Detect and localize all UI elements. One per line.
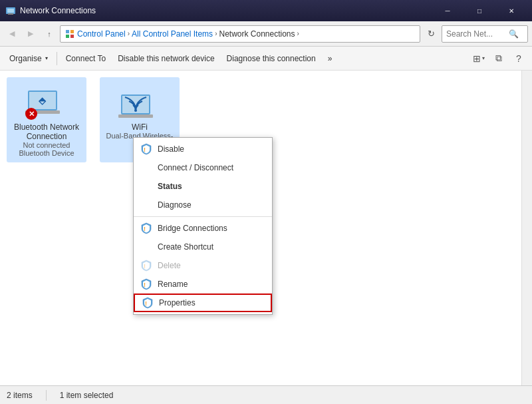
- svg-text:!: !: [145, 300, 147, 307]
- svg-rect-6: [70, 35, 74, 38]
- search-input[interactable]: [446, 29, 506, 39]
- wifi-item-icon: [118, 83, 161, 120]
- app-icon: [5, 5, 16, 16]
- control-panel-icon: [65, 29, 75, 39]
- organise-chevron: ▾: [45, 55, 48, 61]
- status-separator: [46, 390, 47, 401]
- breadcrumb-network-connections: Network Connections: [219, 29, 295, 39]
- bluetooth-status: Not connected: [23, 141, 70, 149]
- status-bar: 2 items 1 item selected: [0, 385, 532, 404]
- wifi-connection-name: WiFi: [132, 122, 148, 132]
- context-menu-bridge[interactable]: ! Bridge Connections: [134, 219, 272, 238]
- context-menu-properties[interactable]: ! Properties: [134, 294, 272, 312]
- item-count: 2 items: [7, 391, 33, 400]
- disable-shield-icon: !: [140, 143, 152, 155]
- rename-shield-icon: !: [140, 278, 152, 290]
- breadcrumb-sep-1: ›: [128, 30, 130, 37]
- more-button[interactable]: »: [323, 49, 338, 68]
- svg-rect-5: [66, 35, 69, 38]
- view-button[interactable]: ⊞ ▾: [469, 49, 488, 68]
- svg-text:!: !: [144, 146, 146, 153]
- window-title: Network Connections: [20, 6, 432, 15]
- context-menu-status[interactable]: Status: [134, 177, 272, 196]
- breadcrumb-control-panel[interactable]: Control Panel: [77, 29, 126, 39]
- svg-rect-1: [7, 9, 14, 13]
- context-menu-sep-1: [134, 216, 272, 217]
- context-menu-rename[interactable]: ! Rename: [134, 275, 272, 294]
- svg-text:⬘: ⬘: [38, 95, 47, 106]
- search-icon: 🔍: [509, 29, 519, 39]
- context-menu-connect[interactable]: Connect / Disconnect: [134, 158, 272, 177]
- breadcrumb-bar: Control Panel › All Control Panel Items …: [60, 25, 420, 43]
- delete-shield-icon: !: [140, 260, 152, 272]
- context-menu-diagnose[interactable]: Diagnose: [134, 196, 272, 214]
- address-bar: ◀ ▶ ↑ Control Panel › All Control Panel …: [0, 21, 532, 47]
- view-chevron: ▾: [482, 55, 485, 61]
- maximize-button[interactable]: □: [464, 0, 495, 21]
- svg-text:!: !: [144, 226, 146, 232]
- back-button[interactable]: ◀: [4, 26, 20, 42]
- properties-shield-icon: !: [142, 297, 154, 309]
- context-menu-disable[interactable]: ! Disable: [134, 140, 272, 158]
- connect-to-button[interactable]: Connect To: [61, 49, 112, 68]
- search-box[interactable]: 🔍: [442, 25, 528, 43]
- view-icon: ⊞: [473, 53, 481, 64]
- scrollbar[interactable]: [521, 71, 532, 385]
- close-button[interactable]: ✕: [496, 0, 527, 21]
- breadcrumb-sep-3: ›: [297, 30, 299, 37]
- diagnose-connection-button[interactable]: Diagnose this connection: [221, 49, 321, 68]
- svg-text:!: !: [144, 282, 146, 288]
- disconnected-icon: ✕: [25, 108, 37, 120]
- preview-pane-button[interactable]: ⧉: [489, 49, 508, 68]
- svg-rect-2: [8, 13, 13, 15]
- preview-icon: ⧉: [495, 53, 502, 64]
- main-content: ⬘ ✕ Bluetooth NetworkConnection Not conn…: [0, 71, 532, 385]
- wifi-icon: [118, 89, 153, 120]
- help-icon: ?: [516, 53, 521, 64]
- svg-rect-3: [66, 30, 69, 33]
- window-controls: ─ □ ✕: [432, 0, 527, 21]
- context-menu: ! Disable Connect / Disconnect Status Di…: [133, 137, 273, 315]
- forward-button[interactable]: ▶: [23, 26, 39, 42]
- svg-text:!: !: [144, 263, 146, 270]
- refresh-button[interactable]: ↻: [423, 26, 439, 42]
- toolbar-right: ⊞ ▾ ⧉ ?: [469, 49, 528, 68]
- selected-count: 1 item selected: [60, 391, 114, 400]
- list-item[interactable]: ⬘ ✕ Bluetooth NetworkConnection Not conn…: [7, 77, 86, 162]
- minimize-button[interactable]: ─: [432, 0, 463, 21]
- disable-network-button[interactable]: Disable this network device: [112, 49, 219, 68]
- bridge-shield-icon: !: [140, 222, 152, 234]
- organise-button[interactable]: Organise ▾: [4, 49, 53, 68]
- context-menu-shortcut[interactable]: Create Shortcut: [134, 238, 272, 256]
- svg-rect-13: [118, 114, 153, 118]
- toolbar-separator-1: [57, 52, 57, 65]
- help-button[interactable]: ?: [509, 49, 528, 68]
- bluetooth-item-icon: ⬘ ✕: [25, 83, 68, 120]
- breadcrumb-all-items[interactable]: All Control Panel Items: [132, 29, 213, 39]
- bluetooth-connection-name: Bluetooth NetworkConnection: [14, 122, 79, 141]
- context-menu-delete[interactable]: ! Delete: [134, 256, 272, 275]
- breadcrumb-sep-2: ›: [215, 30, 217, 37]
- bluetooth-type: Bluetooth Device: [19, 149, 74, 157]
- toolbar: Organise ▾ Connect To Disable this netwo…: [0, 47, 532, 71]
- up-button[interactable]: ↑: [41, 26, 57, 42]
- title-bar: Network Connections ─ □ ✕: [0, 0, 532, 21]
- svg-rect-4: [70, 30, 74, 33]
